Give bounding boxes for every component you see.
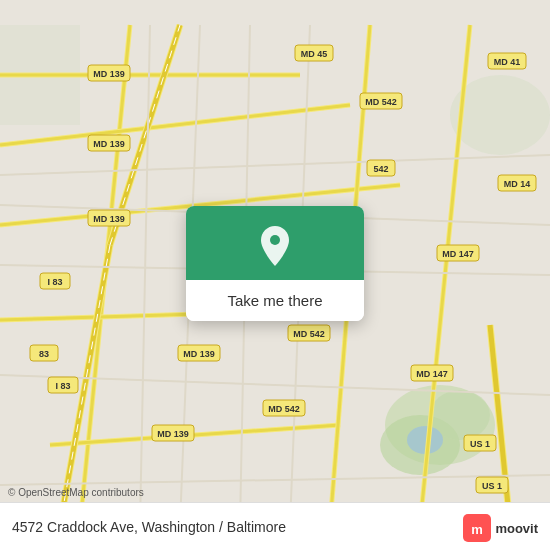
svg-text:83: 83 [39,349,49,359]
svg-text:m: m [472,522,484,537]
address-text: 4572 Craddock Ave, Washington / Baltimor… [12,519,286,535]
svg-text:MD 542: MD 542 [268,404,300,414]
take-me-there-button[interactable]: Take me there [186,280,364,321]
svg-text:MD 45: MD 45 [301,49,328,59]
svg-text:MD 139: MD 139 [157,429,189,439]
location-popup: Take me there [186,206,364,321]
svg-text:542: 542 [373,164,388,174]
svg-text:MD 542: MD 542 [293,329,325,339]
svg-text:US 1: US 1 [470,439,490,449]
svg-point-4 [407,426,443,454]
svg-text:MD 139: MD 139 [183,349,215,359]
svg-text:MD 139: MD 139 [93,69,125,79]
bottom-bar: 4572 Craddock Ave, Washington / Baltimor… [0,502,550,550]
svg-text:MD 542: MD 542 [365,97,397,107]
map-container[interactable]: MD 45 MD 139 MD 139 MD 139 MD 139 MD 139… [0,0,550,550]
svg-text:MD 139: MD 139 [93,214,125,224]
svg-point-78 [270,235,280,245]
map-pin-icon [255,226,295,266]
svg-text:MD 14: MD 14 [504,179,531,189]
svg-text:I 83: I 83 [47,277,62,287]
popup-header [186,206,364,280]
svg-text:US 1: US 1 [482,481,502,491]
map-attribution: © OpenStreetMap contributors [8,487,144,498]
svg-text:MD 147: MD 147 [416,369,448,379]
moovit-brand-text: moovit [495,521,538,536]
svg-text:I 83: I 83 [55,381,70,391]
moovit-logo: m moovit [463,514,538,542]
svg-text:MD 147: MD 147 [442,249,474,259]
svg-text:MD 41: MD 41 [494,57,521,67]
svg-text:MD 139: MD 139 [93,139,125,149]
